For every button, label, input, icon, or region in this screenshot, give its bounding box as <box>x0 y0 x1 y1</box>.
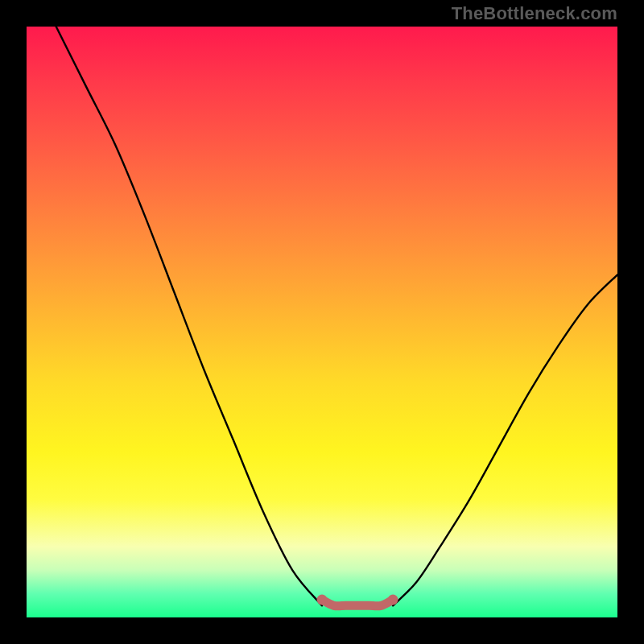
bottleneck-curve-left <box>56 27 322 605</box>
watermark-text: TheBottleneck.com <box>452 3 617 24</box>
plot-area <box>27 27 617 617</box>
bottleneck-curve-right <box>393 275 617 605</box>
optimal-band-dot-left <box>317 595 328 605</box>
chart-container: TheBottleneck.com <box>0 0 644 644</box>
chart-svg <box>27 27 617 617</box>
optimal-band-dot-right <box>388 595 398 605</box>
optimal-band-marker <box>322 600 393 606</box>
